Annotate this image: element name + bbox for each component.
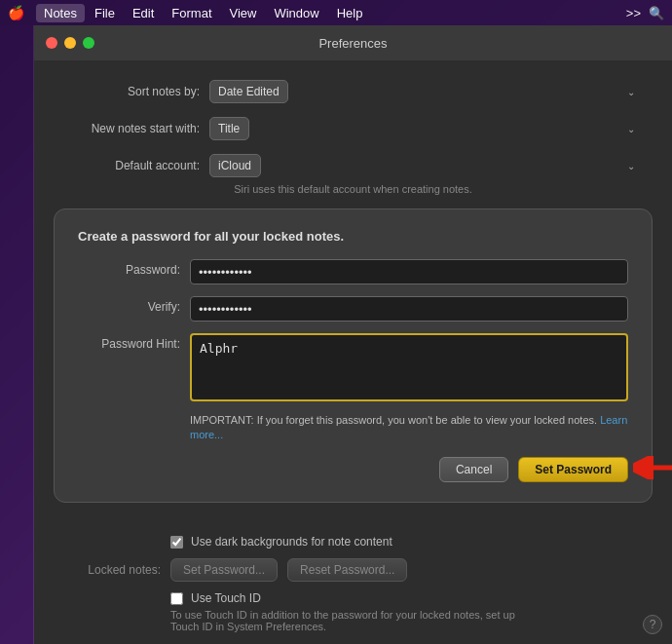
menu-notes[interactable]: Notes [36,4,85,22]
window-titlebar: Preferences [34,25,672,60]
window-title: Preferences [318,36,387,51]
hint-textarea[interactable] [190,333,628,401]
new-notes-label: New notes start with: [63,122,200,135]
new-notes-row: New notes start with: Title ⌄ [63,117,643,140]
new-notes-chevron-icon: ⌄ [627,124,635,134]
touch-id-checkbox[interactable] [170,592,183,605]
sort-chevron-icon: ⌄ [627,87,635,97]
siri-hint: Siri uses this default account when crea… [63,183,643,195]
password-dialog: Create a password for all your locked no… [54,208,653,503]
close-button[interactable] [46,37,57,49]
menu-help[interactable]: Help [329,4,371,22]
menu-file[interactable]: File [87,4,123,22]
sidebar [0,25,34,644]
sort-select[interactable]: Date Edited [209,80,288,103]
menu-view[interactable]: View [222,4,265,22]
verify-label: Verify: [78,296,190,314]
touch-id-section: Use Touch ID To use Touch ID in addition… [170,591,643,632]
hint-label: Password Hint: [78,333,190,351]
dark-bg-checkbox[interactable] [170,536,183,549]
menu-window[interactable]: Window [266,4,326,22]
set-password-locked-button: Set Password... [170,558,278,582]
verify-input[interactable] [190,296,628,322]
menu-edit[interactable]: Edit [125,4,162,22]
dark-bg-label: Use dark backgrounds for note content [191,535,392,549]
account-select[interactable]: iCloud [209,154,261,177]
sort-label: Sort notes by: [63,85,200,98]
app-container: Preferences Sort notes by: Date Edited ⌄… [0,25,672,644]
password-label: Password: [78,259,190,277]
new-notes-select[interactable]: Title [209,117,249,140]
maximize-button[interactable] [83,37,94,49]
bottom-section: Use dark backgrounds for note content Lo… [34,523,672,644]
verify-row: Verify: [78,296,628,322]
touch-id-description: To use Touch ID in addition to the passw… [170,609,541,632]
arrow-indicator [633,456,672,479]
sidebar-toggle-icon[interactable]: >> [626,6,641,20]
hint-row: Password Hint: [78,333,628,401]
apple-menu[interactable]: 🍎 [8,5,24,20]
minimize-button[interactable] [64,37,76,49]
main-content: Preferences Sort notes by: Date Edited ⌄… [34,25,672,644]
locked-notes-row: Locked notes: Set Password... Reset Pass… [63,558,643,582]
preferences-body: Sort notes by: Date Edited ⌄ New notes s… [34,60,672,523]
password-row: Password: [78,259,628,284]
password-input[interactable] [190,259,628,284]
important-text: IMPORTANT: If you forget this password, … [190,413,628,443]
account-select-wrapper: iCloud ⌄ [209,154,643,177]
menubar: 🍎 Notes File Edit Format View Window Hel… [0,0,672,25]
new-notes-select-wrapper: Title ⌄ [209,117,643,140]
dialog-title: Create a password for all your locked no… [78,229,628,244]
set-password-button[interactable]: Set Password [518,457,628,482]
account-row: Default account: iCloud ⌄ [63,154,643,177]
locked-notes-label: Locked notes: [63,563,161,577]
dialog-buttons: Cancel Set Password [78,457,628,482]
menubar-items: Notes File Edit Format View Window Help [36,4,370,22]
search-icon[interactable]: 🔍 [649,6,664,20]
sort-select-wrapper: Date Edited ⌄ [209,80,643,103]
help-button[interactable]: ? [643,615,662,634]
account-chevron-icon: ⌄ [627,161,635,171]
touch-id-label: Use Touch ID [191,591,261,605]
menubar-right: >> 🔍 [626,6,664,20]
reset-password-button: Reset Password... [287,558,407,582]
sort-row: Sort notes by: Date Edited ⌄ [63,80,643,103]
menu-format[interactable]: Format [164,4,219,22]
window-controls [46,37,94,49]
cancel-button[interactable]: Cancel [439,457,508,482]
dark-bg-row: Use dark backgrounds for note content [170,535,643,549]
touch-id-row: Use Touch ID [170,591,643,605]
account-label: Default account: [63,159,200,172]
